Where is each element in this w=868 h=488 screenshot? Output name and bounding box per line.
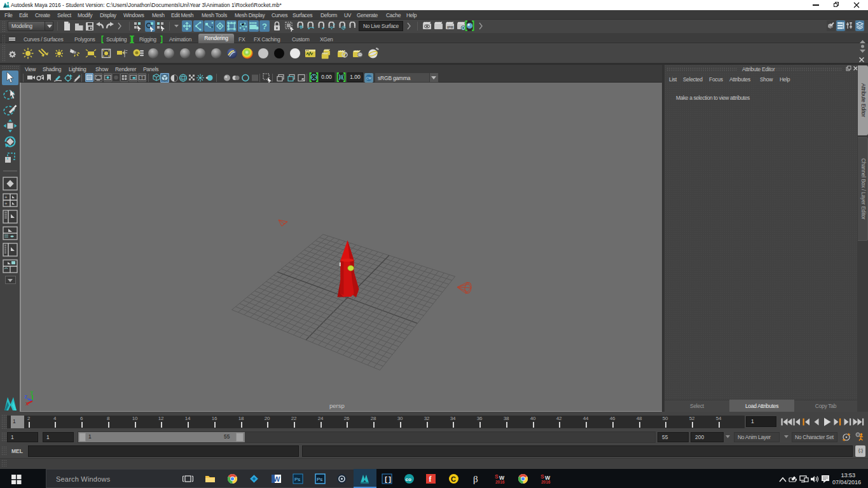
- svg-text:IPR: IPR: [447, 25, 454, 29]
- svg-text:z: z: [25, 393, 27, 400]
- svg-text:W: W: [273, 475, 280, 483]
- svg-text:[]: []: [384, 477, 392, 484]
- svg-text:+: +: [4, 194, 8, 200]
- svg-text:β: β: [473, 474, 478, 484]
- svg-text:S: S: [541, 473, 544, 480]
- svg-text:S: S: [495, 473, 499, 480]
- svg-text:Ps: Ps: [294, 477, 300, 482]
- svg-text:x: x: [26, 400, 29, 407]
- svg-text:C: C: [451, 475, 456, 483]
- svg-text:co: co: [406, 477, 411, 482]
- svg-text:+: +: [4, 201, 8, 207]
- svg-text:2016: 2016: [495, 480, 505, 484]
- svg-text:persp: persp: [329, 402, 345, 409]
- svg-text:y: y: [31, 389, 34, 395]
- svg-text:CM: CM: [366, 76, 372, 80]
- svg-text:T: T: [141, 76, 144, 80]
- svg-text:2016: 2016: [541, 480, 551, 484]
- svg-text:Ps: Ps: [317, 477, 322, 482]
- svg-text:?: ?: [262, 22, 267, 31]
